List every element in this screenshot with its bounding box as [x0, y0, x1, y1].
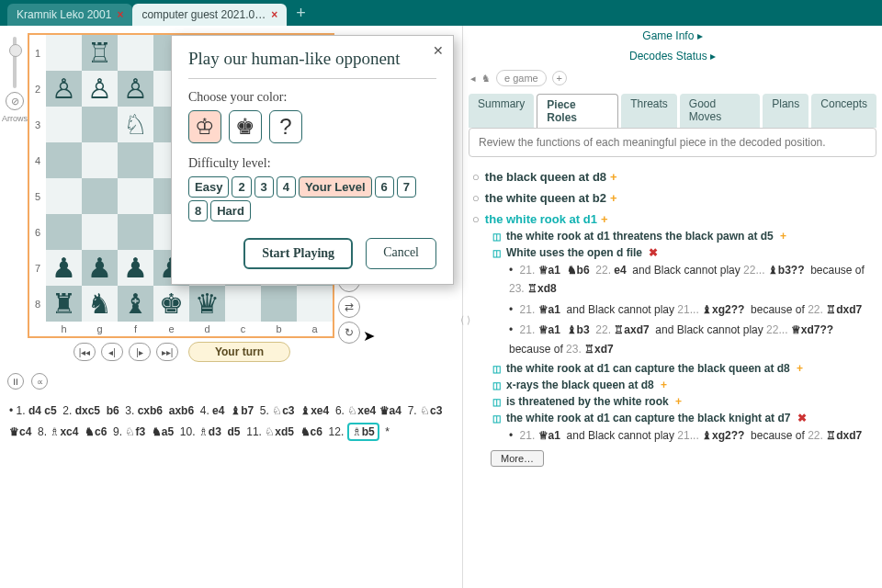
zoom-slider[interactable] [13, 37, 17, 88]
arrows-toggle-icon[interactable]: ⊘ [6, 92, 24, 110]
turn-badge: Your turn [188, 342, 290, 362]
chip-back[interactable]: ◂ [470, 73, 476, 85]
modal-title: Play our human-like opponent [188, 49, 436, 79]
decodes-status-link[interactable]: Decodes Status ▸ [629, 50, 716, 62]
left-tool-column: ⊘ Arrows [2, 33, 28, 366]
cancel-button[interactable]: Cancel [366, 238, 436, 269]
diff-easy[interactable]: Easy [188, 176, 229, 198]
arrows-label: Arrows [2, 114, 28, 123]
tab-good-moves[interactable]: Good Moves [680, 94, 760, 128]
tool-refresh-icon[interactable]: ↻ [338, 322, 360, 344]
nav-next[interactable]: |▸ [129, 343, 151, 361]
start-playing-button[interactable]: Start Playing [243, 238, 353, 269]
color-white[interactable]: ♔ [188, 110, 221, 143]
cursor-icon: ➤ [363, 327, 375, 345]
pane-divider-icon[interactable]: ⟨ ⟩ [460, 314, 470, 326]
chip-piece[interactable]: ♞ [481, 73, 491, 85]
diff-6[interactable]: 6 [375, 176, 394, 198]
new-tab-button[interactable]: + [287, 4, 315, 23]
close-icon[interactable]: × [117, 8, 123, 21]
chip-add[interactable]: + [552, 71, 567, 85]
tab-kramnik[interactable]: Kramnik Leko 2001× [7, 4, 132, 26]
analysis-queen-b2[interactable]: the white queen at b2 [485, 191, 606, 205]
tab-concepts[interactable]: Concepts [811, 94, 876, 128]
diff-2[interactable]: 2 [232, 176, 251, 198]
play-opponent-modal: ✕ Play our human-like opponent Choose yo… [171, 35, 454, 285]
tab-computer-guest[interactable]: computer guest 2021.0…× [132, 4, 287, 26]
diff-4[interactable]: 4 [277, 176, 296, 198]
titlebar: Kramnik Leko 2001× computer guest 2021.0… [0, 0, 882, 26]
more-button[interactable]: More… [491, 450, 544, 467]
nav-last[interactable]: ▸▸| [156, 343, 178, 361]
pause-icon[interactable]: ⏸ [7, 373, 24, 390]
diff-your-level[interactable]: Your Level [299, 176, 372, 198]
fish-icon[interactable]: ∝ [31, 373, 48, 390]
analysis-rook-d1[interactable]: the white rook at d1 [485, 212, 597, 226]
color-black[interactable]: ♚ [229, 110, 262, 143]
current-move: ♗b5 [347, 423, 379, 441]
tab-summary[interactable]: Summary [469, 94, 534, 128]
tab-description: Review the functions of each meaningful … [469, 128, 876, 157]
tab-threats[interactable]: Threats [621, 94, 677, 128]
tab-piece-roles[interactable]: Piece Roles [537, 94, 618, 128]
nav-prev[interactable]: ◂| [101, 343, 123, 361]
diff-hard[interactable]: Hard [210, 200, 251, 221]
difficulty-label: Difficulty level: [188, 156, 436, 171]
analysis-queen-d8[interactable]: the black queen at d8 [485, 170, 606, 184]
analysis-tabs: Summary Piece Roles Threats Good Moves P… [463, 94, 882, 128]
chip-row: ◂ ♞ e game + [463, 66, 882, 90]
diff-7[interactable]: 7 [397, 176, 416, 198]
tab-plans[interactable]: Plans [763, 94, 808, 128]
diff-3[interactable]: 3 [254, 176, 274, 198]
chip-egame[interactable]: e game [496, 70, 547, 86]
move-notation[interactable]: • 1. d4 c5 2. dxc5 b6 3. cxb6 axb6 4. e4… [0, 393, 462, 450]
color-random[interactable]: ? [269, 110, 302, 143]
modal-close-icon[interactable]: ✕ [433, 43, 444, 58]
tool-flip-icon[interactable]: ⇄ [338, 296, 360, 318]
analysis-panel: ○the black queen at d8+ ○the white queen… [463, 157, 882, 480]
nav-first[interactable]: |◂◂ [74, 343, 96, 361]
color-label: Choose your color: [188, 90, 436, 105]
game-info-link[interactable]: Game Info ▸ [642, 29, 702, 42]
close-icon[interactable]: × [271, 8, 277, 21]
diff-8[interactable]: 8 [188, 200, 208, 221]
